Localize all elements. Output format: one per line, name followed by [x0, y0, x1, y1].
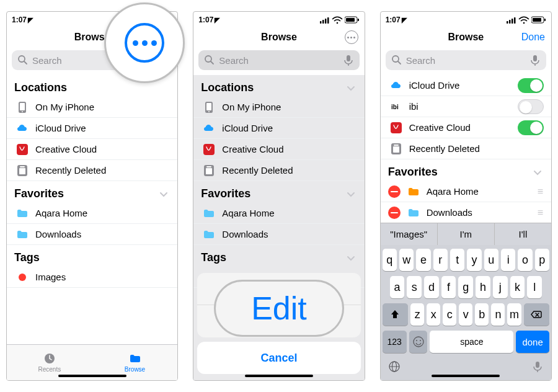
location-icloud-drive[interactable]: iCloud Drive: [193, 118, 364, 139]
key-r[interactable]: r: [433, 249, 448, 271]
more-button[interactable]: [345, 30, 358, 44]
key-g[interactable]: g: [458, 276, 473, 298]
sheet-cancel[interactable]: Cancel: [197, 342, 360, 374]
key-w[interactable]: w: [399, 249, 414, 271]
toggle-switch[interactable]: [518, 78, 544, 93]
shift-key[interactable]: [383, 303, 408, 326]
search-input[interactable]: Search: [386, 50, 546, 70]
key-z[interactable]: z: [410, 303, 424, 326]
phone-3: 1:07◤ Browse Done Search iCloud Drive ib…: [380, 11, 552, 381]
chevron-down-icon[interactable]: [157, 188, 170, 200]
navbar: Browse: [193, 28, 364, 47]
key-k[interactable]: k: [510, 276, 525, 298]
grip-icon[interactable]: ≡: [538, 207, 544, 218]
key-t[interactable]: t: [450, 249, 464, 271]
favorite-aqara-home[interactable]: Aqara Home: [193, 203, 364, 224]
key-l[interactable]: l: [527, 276, 542, 298]
suggestion-0[interactable]: "Images": [381, 223, 438, 245]
home-indicator[interactable]: [432, 375, 500, 377]
folder-icon: [203, 207, 215, 220]
tag-images[interactable]: Images: [7, 267, 177, 288]
key-j[interactable]: j: [493, 276, 508, 298]
phone-2: 1:07◤ Browse Search Locations On My iPho…: [193, 11, 365, 381]
key-o[interactable]: o: [518, 249, 532, 271]
chevron-down-icon[interactable]: [345, 252, 357, 264]
key-n[interactable]: n: [491, 303, 505, 326]
favorite-downloads[interactable]: Downloads: [7, 224, 177, 245]
search-placeholder: Search: [406, 55, 529, 66]
location-on-my-iphone[interactable]: On My iPhone: [193, 97, 364, 118]
icloud-icon: [203, 122, 215, 135]
toggle-creative-cloud: Creative Cloud: [381, 117, 551, 138]
key-b[interactable]: b: [475, 303, 489, 326]
location-on-my-iphone[interactable]: On My iPhone: [7, 97, 177, 118]
locations-header: Locations: [14, 81, 67, 94]
key-i[interactable]: i: [501, 249, 515, 271]
home-indicator[interactable]: [245, 375, 313, 377]
location-creative-cloud[interactable]: Creative Cloud: [7, 139, 177, 160]
favorite-aqara-home[interactable]: Aqara Home≡: [381, 181, 551, 202]
search-input[interactable]: Search: [198, 50, 359, 70]
folder-icon: [129, 352, 141, 365]
suggestion-1[interactable]: I'm: [438, 223, 495, 245]
delete-button[interactable]: [388, 207, 401, 219]
done-button[interactable]: Done: [521, 32, 545, 43]
delete-button[interactable]: [388, 185, 401, 198]
mic-icon[interactable]: [342, 54, 355, 66]
dictation-key[interactable]: [528, 359, 547, 374]
favorites-header: Favorites: [14, 187, 64, 200]
favorite-aqara-home[interactable]: Aqara Home: [7, 203, 177, 224]
toggle-ibi: ibi: [381, 96, 551, 117]
key-a[interactable]: a: [390, 276, 405, 298]
toggle-switch[interactable]: [518, 120, 544, 135]
key-u[interactable]: u: [484, 249, 498, 271]
toggle-switch[interactable]: [518, 99, 544, 114]
favorite-downloads[interactable]: Downloads: [193, 224, 364, 245]
space-key[interactable]: space: [430, 331, 513, 353]
location-recently-deleted[interactable]: Recently Deleted: [7, 160, 177, 181]
globe-key[interactable]: [385, 359, 404, 374]
emoji-key[interactable]: [409, 331, 428, 353]
trash-icon: [390, 143, 402, 155]
clock-text: 1:07: [386, 16, 401, 24]
callout-more-button: [104, 2, 185, 83]
page-title: Browse: [193, 32, 364, 43]
key-c[interactable]: c: [443, 303, 456, 326]
key-m[interactable]: m: [507, 303, 521, 326]
key-y[interactable]: y: [467, 249, 481, 271]
suggestion-2[interactable]: I'll: [495, 223, 551, 245]
cc-icon: [16, 143, 29, 156]
key-v[interactable]: v: [459, 303, 472, 326]
favorites-header: Favorites: [388, 166, 438, 179]
phone-icon: [203, 101, 215, 114]
number-key[interactable]: 123: [383, 331, 407, 353]
key-h[interactable]: h: [476, 276, 490, 298]
backspace-key[interactable]: [524, 303, 549, 326]
key-p[interactable]: p: [535, 249, 549, 271]
key-x[interactable]: x: [427, 303, 440, 326]
done-key[interactable]: done: [516, 331, 549, 353]
key-q[interactable]: q: [383, 249, 397, 271]
clock-text: 1:07: [12, 16, 27, 24]
wifi-icon: [332, 16, 343, 24]
key-f[interactable]: f: [441, 276, 456, 298]
emoji-icon: [412, 336, 425, 348]
key-e[interactable]: e: [416, 249, 430, 271]
mic-icon[interactable]: [529, 54, 541, 66]
home-indicator[interactable]: [58, 375, 126, 377]
sheet-edit[interactable]: Edit: [197, 305, 360, 337]
location-icloud-drive[interactable]: iCloud Drive: [7, 118, 177, 139]
grip-icon[interactable]: ≡: [538, 186, 544, 197]
search-icon: [17, 54, 29, 66]
favorite-downloads[interactable]: Downloads≡: [381, 202, 551, 223]
sheet-scan-documents[interactable]: Scan Documents: [197, 273, 360, 305]
location-recently-deleted[interactable]: Recently Deleted: [193, 160, 364, 181]
battery-icon: [531, 16, 546, 24]
location-creative-cloud[interactable]: Creative Cloud: [193, 139, 364, 160]
key-d[interactable]: d: [424, 276, 439, 298]
key-s[interactable]: s: [407, 276, 422, 298]
chevron-down-icon[interactable]: [345, 82, 357, 94]
folder-icon: [16, 228, 29, 241]
chevron-down-icon[interactable]: [531, 166, 544, 179]
chevron-down-icon[interactable]: [345, 188, 357, 200]
